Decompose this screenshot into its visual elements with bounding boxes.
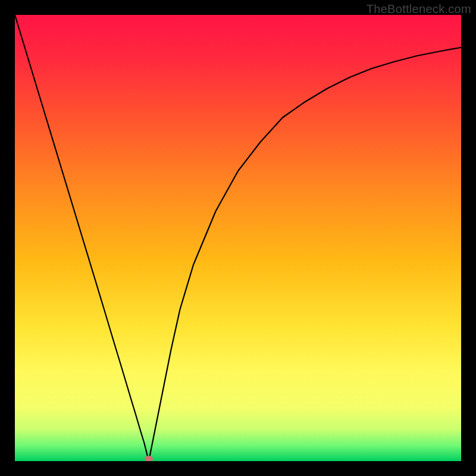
chart-frame: TheBottleneck.com xyxy=(0,0,476,476)
watermark-text: TheBottleneck.com xyxy=(367,2,471,16)
plot-svg xyxy=(15,15,461,461)
plot-area xyxy=(15,15,461,461)
